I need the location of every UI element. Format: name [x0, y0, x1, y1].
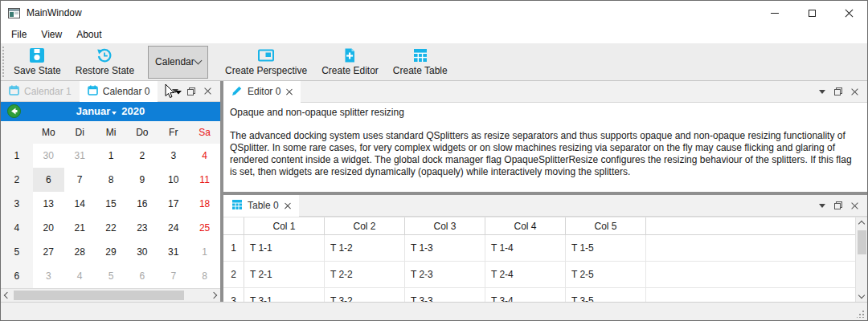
calendar-day-cell[interactable]: 13	[33, 198, 64, 209]
calendar-day-cell[interactable]: 2	[126, 150, 158, 161]
column-header[interactable]: Col 5	[566, 217, 646, 234]
table-cell[interactable]: T 2-2	[325, 262, 405, 287]
table-cell[interactable]: T 2-4	[485, 262, 566, 287]
horizontal-scrollbar-thumb[interactable]	[14, 291, 184, 300]
scroll-left-arrow-icon[interactable]	[1, 293, 14, 298]
calendar-day-cell[interactable]: 28	[64, 246, 96, 258]
calendar-horizontal-scrollbar[interactable]	[1, 288, 220, 303]
calendar-day-cell[interactable]: 18	[189, 198, 220, 209]
calendar-day-cell[interactable]: 23	[126, 222, 158, 234]
scroll-up-arrow-icon[interactable]	[856, 217, 867, 230]
calendar-day-cell[interactable]: 31	[64, 150, 96, 161]
table-cell[interactable]: T 1-4	[485, 235, 566, 261]
tab-table-0[interactable]: Table 0	[223, 195, 299, 217]
table-cell[interactable]: T 3-1	[244, 288, 325, 302]
calendar-day-cell[interactable]: 1	[96, 150, 127, 161]
menu-item-view[interactable]: View	[34, 27, 69, 42]
column-header[interactable]: Col 4	[485, 217, 566, 234]
year-button[interactable]: 2020	[121, 105, 145, 117]
vertical-scrollbar-thumb[interactable]	[858, 230, 866, 254]
table-cell[interactable]: T 2-5	[566, 262, 646, 287]
month-button[interactable]: Januar	[76, 105, 111, 117]
editor-panel-menu-button[interactable]	[814, 83, 830, 100]
calendar-day-cell[interactable]: 25	[189, 222, 220, 234]
column-header[interactable]: Col 2	[325, 217, 405, 234]
calendar-day-cell[interactable]: 5	[96, 270, 127, 282]
table-vertical-scrollbar[interactable]	[855, 217, 867, 302]
minimize-button[interactable]	[756, 1, 793, 25]
table-cell[interactable]: T 3-2	[325, 288, 405, 302]
table-row: 3T 3-1T 3-2T 3-3T 3-4T 3-5	[223, 288, 855, 302]
calendar-day-cell[interactable]: 11	[189, 174, 220, 185]
restore-state-button[interactable]: Restore State	[69, 46, 141, 78]
column-header[interactable]: Col 3	[405, 217, 485, 234]
table-cell[interactable]: T 1-1	[244, 235, 325, 261]
editor-text-area[interactable]: Opaque and non-opaque splitter resizing …	[223, 103, 867, 192]
calendar-day-cell[interactable]: 16	[126, 198, 158, 209]
calendar-day-cell[interactable]: 27	[33, 246, 64, 258]
tab-close-icon[interactable]	[286, 88, 293, 95]
widget-type-combobox[interactable]: Calendar	[148, 46, 208, 79]
calendar-day-cell[interactable]: 31	[158, 246, 189, 258]
calendar-day-cell[interactable]: 30	[126, 246, 158, 258]
calendar-day-cell[interactable]: 24	[158, 222, 189, 234]
tab-close-icon[interactable]	[285, 202, 291, 209]
calendar-day-cell[interactable]: 1	[189, 246, 220, 258]
calendar-day-cell[interactable]: 29	[96, 246, 127, 258]
create-table-button[interactable]: Create Table	[387, 46, 454, 78]
menu-item-file[interactable]: File	[4, 27, 34, 42]
maximize-button[interactable]	[793, 1, 830, 25]
calendar-day-cell[interactable]: 7	[158, 270, 189, 282]
editor-panel-close-button[interactable]	[846, 83, 862, 100]
tab-calendar-0[interactable]: Calendar 0	[80, 81, 158, 102]
create-perspective-button[interactable]: Create Perspective	[219, 46, 313, 78]
calendar-day-cell[interactable]: 3	[158, 150, 189, 161]
calendar-day-cell[interactable]: 15	[96, 198, 127, 209]
table-panel-float-button[interactable]	[830, 197, 846, 213]
table-cell[interactable]: T 2-1	[244, 262, 325, 287]
calendar-day-cell[interactable]: 21	[64, 222, 96, 234]
create-editor-button[interactable]: Create Editor	[315, 46, 385, 78]
editor-panel-float-button[interactable]	[830, 83, 846, 100]
table-panel-close-button[interactable]	[846, 197, 862, 213]
calendar-day-cell[interactable]: 6	[33, 168, 64, 192]
resize-grip[interactable]	[857, 310, 865, 318]
column-header[interactable]: Col 1	[244, 217, 325, 234]
table-cell[interactable]: T 3-3	[405, 288, 485, 302]
close-button[interactable]	[830, 1, 867, 25]
title-bar: MainWindow	[1, 1, 867, 25]
tab-label: Calendar 0	[103, 86, 150, 97]
calendar-day-cell[interactable]: 17	[158, 198, 189, 209]
tab-label: Editor 0	[248, 86, 280, 97]
calendar-day-cell[interactable]: 10	[158, 174, 189, 185]
pencil-icon	[231, 85, 248, 99]
scroll-right-arrow-icon[interactable]	[207, 293, 220, 298]
calendar-day-cell[interactable]: 9	[126, 174, 158, 185]
calendar-day-cell[interactable]: 14	[64, 198, 96, 209]
calendar-day-cell[interactable]: 8	[96, 174, 127, 185]
calendar-day-cell[interactable]: 8	[189, 270, 220, 282]
tab-calendar-1[interactable]: Calendar 1	[1, 81, 80, 101]
calendar-day-cell[interactable]: 6	[126, 270, 158, 282]
toolbar-drag-handle[interactable]	[2, 47, 6, 77]
save-state-button[interactable]: Save State	[7, 46, 68, 78]
calendar-panel-float-button[interactable]	[183, 83, 199, 100]
table-cell[interactable]: T 1-5	[566, 235, 646, 261]
calendar-day-cell[interactable]: 4	[64, 270, 96, 282]
table-cell[interactable]: T 1-3	[405, 235, 485, 261]
table-cell[interactable]: T 2-3	[405, 262, 485, 287]
calendar-day-cell[interactable]: 20	[33, 222, 64, 234]
calendar-day-cell[interactable]: 30	[33, 150, 64, 161]
menu-item-about[interactable]: About	[69, 27, 108, 42]
table-cell[interactable]: T 3-4	[485, 288, 566, 302]
table-cell[interactable]: T 1-2	[325, 235, 405, 261]
table-cell[interactable]: T 3-5	[566, 288, 646, 302]
calendar-day-cell[interactable]: 3	[33, 270, 64, 282]
calendar-day-cell[interactable]: 7	[64, 174, 96, 185]
scroll-down-arrow-icon[interactable]	[858, 292, 865, 299]
table-panel-menu-button[interactable]	[814, 197, 830, 213]
calendar-panel-close-button[interactable]	[199, 83, 215, 100]
tab-editor-0[interactable]: Editor 0	[223, 81, 301, 103]
calendar-day-cell[interactable]: 22	[96, 222, 127, 234]
calendar-day-cell[interactable]: 4	[189, 150, 220, 161]
